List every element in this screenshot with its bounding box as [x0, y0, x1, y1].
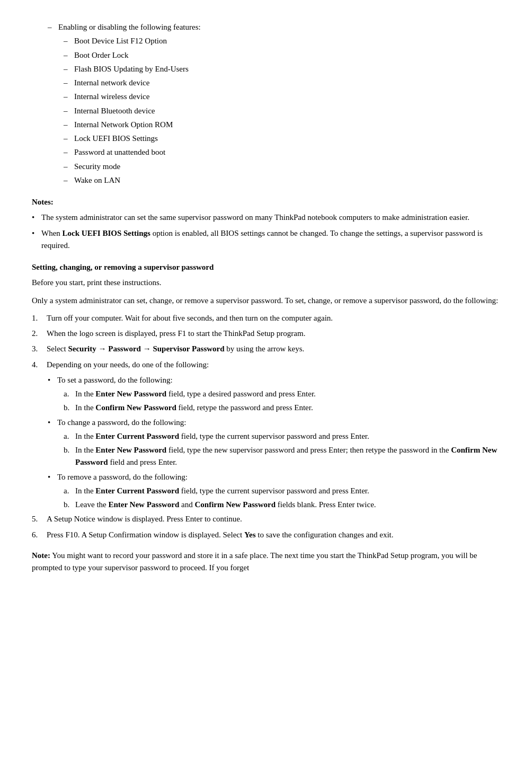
step-number: 6. [32, 529, 47, 541]
dash-icon: – [64, 161, 74, 173]
dash-icon: – [64, 174, 74, 187]
alpha-a: a. In the Enter Current Password field, … [64, 485, 500, 497]
dash-icon: – [64, 63, 74, 75]
dash-icon: – [64, 132, 74, 145]
step-4: 4. Depending on your needs, do one of th… [32, 359, 500, 371]
item-label: Internal Network Option ROM [74, 119, 173, 131]
intro-item: – Enabling or disabling the following fe… [32, 21, 500, 33]
only-admin-text: Only a system administrator can set, cha… [32, 295, 500, 307]
sub-items-list: – Boot Device List F12 Option – Boot Ord… [32, 35, 500, 187]
list-item: – Boot Order Lock [64, 49, 500, 61]
item-label: Boot Order Lock [74, 49, 128, 61]
list-item: – Wake on LAN [64, 174, 500, 187]
step-5: 5. A Setup Notice window is displayed. P… [32, 513, 500, 525]
step-text: Select Security → Password → Supervisor … [47, 343, 304, 355]
item-label: Lock UEFI BIOS Settings [74, 132, 158, 145]
item-label: Internal network device [74, 77, 149, 89]
item-label: Internal Bluetooth device [74, 105, 155, 117]
bottom-note: Note: You might want to record your pass… [32, 550, 500, 574]
item-label: Internal wireless device [74, 91, 149, 103]
alpha-text: In the Enter Current Password field, typ… [75, 485, 369, 497]
step-text: A Setup Notice window is displayed. Pres… [47, 513, 242, 525]
list-item: – Password at unattended boot [64, 146, 500, 158]
dash-icon: – [64, 49, 74, 61]
list-item: – Internal wireless device [64, 91, 500, 103]
alpha-label: a. [64, 388, 75, 400]
step-6: 6. Press F10. A Setup Confirmation windo… [32, 529, 500, 541]
dash-icon: – [64, 105, 74, 117]
list-item: – Internal Bluetooth device [64, 105, 500, 117]
note-item-1: • The system administrator can set the s… [32, 211, 500, 224]
dash-icon: – [64, 119, 74, 131]
note-text-1: The system administrator can set the sam… [41, 211, 469, 224]
alpha-text: In the Confirm New Password field, retyp… [75, 402, 313, 414]
list-item: – Security mode [64, 161, 500, 173]
notes-section: Notes: • The system administrator can se… [32, 196, 500, 252]
sub-bullet-change: • To change a password, do the following… [48, 417, 500, 429]
item-label: Wake on LAN [74, 174, 120, 187]
alpha-text: In the Enter New Password field, type a … [75, 388, 316, 400]
alpha-text: In the Enter Current Password field, typ… [75, 430, 369, 443]
step-number: 5. [32, 513, 47, 525]
alpha-label: a. [64, 485, 75, 497]
sub-bullet-text: To set a password, do the following: [57, 374, 173, 386]
dash-icon: – [64, 91, 74, 103]
bullet-icon: • [32, 227, 41, 240]
bullet-icon: • [32, 211, 41, 224]
dash-icon: – [64, 35, 74, 47]
dash-icon: – [64, 146, 74, 158]
before-start-text: Before you start, print these instructio… [32, 277, 500, 289]
sub-bullet-remove: • To remove a password, do the following… [48, 471, 500, 483]
item-label: Security mode [74, 161, 120, 173]
alpha-label: b. [64, 444, 75, 456]
bullet-icon: • [48, 471, 57, 483]
alpha-text: Leave the Enter New Password and Confirm… [75, 499, 376, 511]
sub-bullet-text: To remove a password, do the following: [57, 471, 188, 483]
alpha-b: b. In the Confirm New Password field, re… [64, 402, 500, 414]
list-item: – Flash BIOS Updating by End-Users [64, 63, 500, 75]
note-item-2: • When Lock UEFI BIOS Settings option is… [32, 227, 500, 252]
step-number: 4. [32, 359, 47, 371]
sub-bullet-text: To change a password, do the following: [57, 417, 186, 429]
page-content: – Enabling or disabling the following fe… [32, 21, 500, 761]
step-1: 1. Turn off your computer. Wait for abou… [32, 312, 500, 324]
numbered-steps: 1. Turn off your computer. Wait for abou… [32, 312, 500, 541]
list-item: – Internal network device [64, 77, 500, 89]
step-number: 2. [32, 328, 47, 340]
intro-dash: – [48, 21, 58, 33]
step-2: 2. When the logo screen is displayed, pr… [32, 328, 500, 340]
sub-bullet-set: • To set a password, do the following: [48, 374, 500, 386]
alpha-label: a. [64, 430, 75, 443]
alpha-text: In the Enter New Password field, type th… [75, 444, 500, 469]
intro-text: Enabling or disabling the following feat… [58, 21, 201, 33]
bullet-icon: • [48, 374, 57, 386]
alpha-a: a. In the Enter New Password field, type… [64, 388, 500, 400]
note-text-2: When Lock UEFI BIOS Settings option is e… [41, 227, 500, 252]
list-item: – Internal Network Option ROM [64, 119, 500, 131]
bullet-icon: • [48, 417, 57, 429]
step-3: 3. Select Security → Password → Supervis… [32, 343, 500, 355]
section-heading: Setting, changing, or removing a supervi… [32, 261, 500, 273]
step-number: 1. [32, 312, 47, 324]
item-label: Flash BIOS Updating by End-Users [74, 63, 189, 75]
alpha-a: a. In the Enter Current Password field, … [64, 430, 500, 443]
notes-label: Notes: [32, 196, 500, 208]
alpha-b: b. Leave the Enter New Password and Conf… [64, 499, 500, 511]
step-text: Depending on your needs, do one of the f… [47, 359, 209, 371]
list-item: – Boot Device List F12 Option [64, 35, 500, 47]
step-text: Turn off your computer. Wait for about f… [47, 312, 333, 324]
step-text: When the logo screen is displayed, press… [47, 328, 305, 340]
list-item: – Lock UEFI BIOS Settings [64, 132, 500, 145]
alpha-label: b. [64, 402, 75, 414]
step-text: Press F10. A Setup Confirmation window i… [47, 529, 394, 541]
dash-icon: – [64, 77, 74, 89]
alpha-label: b. [64, 499, 75, 511]
item-label: Boot Device List F12 Option [74, 35, 167, 47]
alpha-b: b. In the Enter New Password field, type… [64, 444, 500, 469]
item-label: Password at unattended boot [74, 146, 165, 158]
step-number: 3. [32, 343, 47, 355]
